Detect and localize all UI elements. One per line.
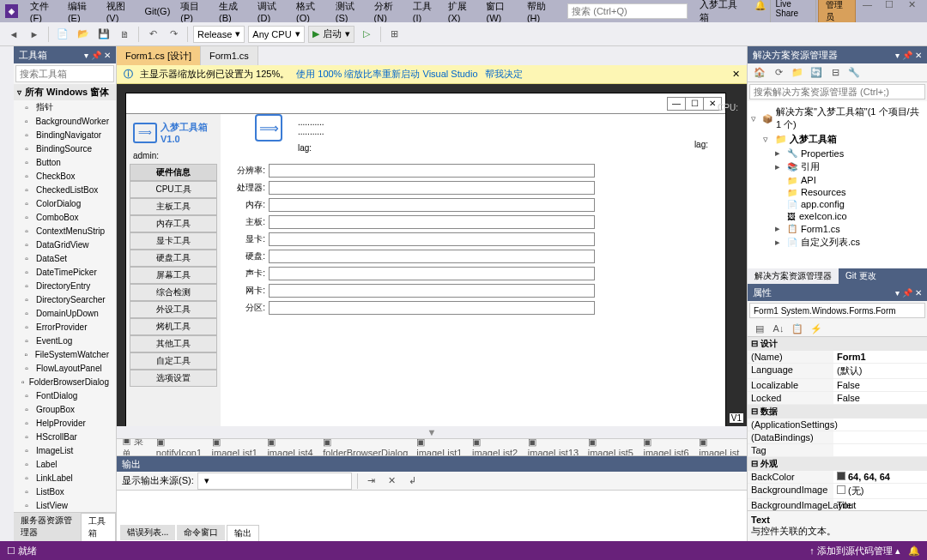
form-side-btn[interactable]: 自定工具 — [130, 352, 217, 370]
menu-analyze[interactable]: 分析(N) — [369, 0, 408, 25]
output-source-dropdown[interactable]: ▾ — [197, 473, 352, 490]
sln-tab-git[interactable]: Git 更改 — [839, 268, 883, 284]
sln-pin-icon[interactable]: ▾ 📌 ✕ — [895, 51, 922, 60]
output-clear-icon[interactable]: ✕ — [384, 473, 401, 490]
form-side-btn[interactable]: 硬盘工具 — [130, 250, 217, 267]
props-cat-icon[interactable]: ▤ — [751, 320, 768, 337]
menu-window[interactable]: 窗口(W) — [481, 0, 521, 25]
menu-format[interactable]: 格式(O) — [291, 0, 330, 25]
status-addsrc[interactable]: ↑ 添加到源代码管理 ▴ 🔔 — [809, 545, 920, 557]
minimize-icon[interactable]: — — [857, 0, 878, 12]
tree-properties[interactable]: ▸🔧 Properties — [751, 147, 924, 160]
prop-row[interactable]: LockedFalse — [748, 392, 927, 405]
form-side-btn[interactable]: 外设工具 — [130, 301, 217, 318]
toolbox-item[interactable]: ▫DomainUpDown — [14, 306, 116, 320]
sln-home-icon[interactable]: 🏠 — [751, 64, 768, 81]
platform-dropdown[interactable]: Any CPU ▾ — [248, 26, 304, 43]
global-search-input[interactable] — [567, 3, 688, 19]
prop-row[interactable]: Tag — [748, 444, 927, 457]
form-min-icon[interactable]: — — [667, 97, 686, 111]
tray-item[interactable]: ▣ imageList5 — [588, 438, 635, 455]
form-side-btn[interactable]: 综合检测 — [130, 284, 217, 301]
nav-back-icon[interactable]: ◄ — [5, 26, 22, 43]
tray-item[interactable]: ▣ imageList13 — [528, 438, 579, 455]
form-side-btn[interactable]: 显卡工具 — [130, 232, 217, 250]
tray-item[interactable]: ▣ imageList1 — [416, 438, 464, 455]
new-icon[interactable]: 📄 — [54, 26, 71, 43]
tray-item[interactable]: ▣ imageList6 — [643, 438, 690, 455]
props-object-dropdown[interactable]: Form1 System.Windows.Forms.Form — [749, 303, 925, 318]
toolbox-item[interactable]: ▫HelpProvider — [14, 416, 116, 430]
toolbox-item[interactable]: ▫CheckedListBox — [14, 183, 116, 196]
open-icon[interactable]: 📂 — [75, 26, 92, 43]
toolbox-item[interactable]: ▫DirectoryEntry — [14, 279, 116, 292]
doc-tab-designer[interactable]: Form1.cs [设计] — [117, 46, 201, 65]
toolbox-item[interactable]: ▫DataGridView — [14, 238, 116, 251]
toolbox-item[interactable]: ▫FileSystemWatcher — [14, 347, 116, 361]
toolbox-item[interactable]: ▫ColorDialog — [14, 196, 116, 210]
toolbox-item[interactable]: ▫FontDialog — [14, 388, 116, 402]
prop-row[interactable]: BackgroundImageLayoutTile — [748, 499, 927, 510]
sln-tab-explorer[interactable]: 解决方案资源管理器 — [748, 268, 839, 284]
toolbox-item[interactable]: ▫ImageList — [14, 443, 116, 457]
form-side-btn[interactable]: 屏幕工具 — [130, 267, 217, 284]
align-icon[interactable]: ⊞ — [386, 26, 403, 43]
prop-row[interactable]: (Name)Form1 — [748, 351, 927, 364]
toolbox-item[interactable]: ▫ListView — [14, 498, 116, 512]
toolbox-item[interactable]: ▫DataSet — [14, 251, 116, 265]
toolbox-item[interactable]: ▫HScrollBar — [14, 430, 116, 443]
prop-row[interactable]: BackgroundImage(无) — [748, 484, 927, 499]
form-side-btn[interactable]: 选项设置 — [130, 370, 217, 387]
output-goto-icon[interactable]: ⇥ — [363, 473, 380, 490]
sln-refresh-icon[interactable]: 🔄 — [808, 64, 825, 81]
field-input[interactable] — [269, 181, 595, 195]
btm-tab-errors[interactable]: 错误列表... — [120, 525, 175, 540]
toolbox-item[interactable]: ▫LinkLabel — [14, 471, 116, 485]
field-input[interactable] — [269, 250, 595, 263]
designer-form[interactable]: — ☐ ✕ ⟹ 入梦工具箱V1.0 admin: 硬件信息CPU工具主板工具内存… — [125, 93, 726, 426]
menu-help[interactable]: 帮助(H) — [522, 0, 560, 25]
field-input[interactable] — [269, 301, 595, 315]
menu-git[interactable]: Git(G) — [139, 4, 175, 18]
toolbox-search-input[interactable] — [15, 65, 114, 82]
toolbox-item[interactable]: ▫GroupBox — [14, 402, 116, 416]
undo-icon[interactable]: ↶ — [144, 26, 161, 43]
left-tab-toolbox[interactable]: 工具箱 — [81, 513, 116, 541]
tree-resources[interactable]: 📁 Resources — [751, 186, 924, 198]
toolbox-item[interactable]: ▫CheckBox — [14, 169, 116, 183]
pin-icon[interactable]: ▾ 📌 ✕ — [84, 51, 111, 60]
form-side-btn[interactable]: CPU工具 — [130, 181, 217, 198]
toolbox-item[interactable]: ▫DirectorySearcher — [14, 292, 116, 306]
field-input[interactable] — [269, 164, 595, 178]
toolbox-item[interactable]: ▫BindingNavigator — [14, 128, 116, 142]
config-dropdown[interactable]: Release ▾ — [193, 26, 245, 43]
left-tab-server[interactable]: 服务器资源管理器 — [14, 513, 81, 541]
tray-item[interactable]: ▣ imageList4 — [267, 438, 314, 455]
tree-project[interactable]: ▿📁 入梦工具箱 — [751, 132, 924, 147]
output-wrap-icon[interactable]: ↲ — [404, 473, 421, 490]
toolbox-item[interactable]: ▫Label — [14, 457, 116, 471]
field-input[interactable] — [269, 267, 595, 280]
maximize-icon[interactable]: ☐ — [879, 0, 900, 12]
tree-refs[interactable]: ▸📚 引用 — [751, 160, 924, 174]
toolbox-item[interactable]: ▫ContextMenuStrip — [14, 224, 116, 238]
tray-item[interactable]: ▣ folderBrowserDialog — [323, 438, 408, 455]
field-input[interactable] — [269, 198, 595, 212]
props-events-icon[interactable]: ⚡ — [808, 320, 825, 337]
toolbox-item[interactable]: ▫ListBox — [14, 485, 116, 498]
toolbox-item[interactable]: ▫Button — [14, 155, 116, 169]
infobar-link-help[interactable]: 帮我决定 — [485, 68, 523, 81]
field-input[interactable] — [269, 284, 595, 298]
form-side-btn[interactable]: 内存工具 — [130, 215, 217, 232]
prop-row[interactable]: BackColor64, 64, 64 — [748, 471, 927, 484]
toolbox-item[interactable]: ▫ComboBox — [14, 210, 116, 224]
doc-tab-code[interactable]: Form1.cs — [201, 46, 258, 65]
btm-tab-output[interactable]: 输出 — [227, 525, 259, 541]
save-icon[interactable]: 💾 — [95, 26, 112, 43]
field-input[interactable] — [269, 215, 595, 229]
tray-item[interactable]: ▣ 菜单 — [122, 438, 148, 455]
close-icon[interactable]: ✕ — [901, 0, 922, 12]
tree-appconfig[interactable]: 📄 app.config — [751, 198, 924, 210]
sln-showall-icon[interactable]: 📁 — [789, 64, 806, 81]
tree-form1[interactable]: ▸📋 Form1.cs — [751, 222, 924, 235]
